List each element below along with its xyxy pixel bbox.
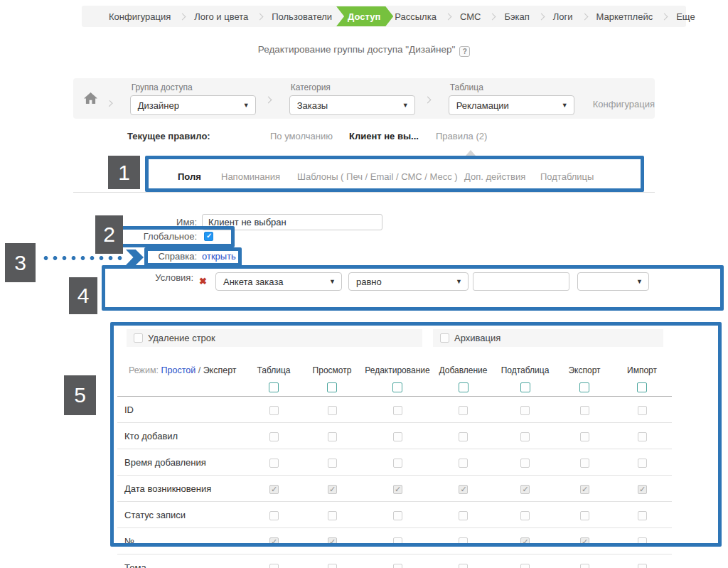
current-rule-label: Текущее правило:	[127, 131, 210, 141]
chevron-right-icon	[106, 100, 112, 107]
selector-suffix: Конфигурация	[593, 99, 655, 109]
annotation-badge-1: 1	[108, 156, 140, 189]
annotation-box-3	[144, 247, 242, 267]
chevron-separator-icon	[661, 13, 668, 20]
rule-option-3[interactable]: Правила (2)	[436, 131, 487, 141]
chevron-separator-icon	[444, 13, 451, 20]
selector-group-1: Группа доступаДизайнер▼	[130, 82, 256, 115]
annotation-box-2	[119, 226, 235, 247]
chevron-separator-icon	[179, 13, 186, 20]
annotation-badge-5: 5	[64, 375, 96, 415]
selector-group-value: Дизайнер	[138, 100, 179, 111]
row-checkbox-cell	[432, 562, 495, 568]
chevron-separator-icon	[257, 13, 264, 20]
annotation-badge-2: 2	[95, 215, 123, 254]
row-checkbox[interactable]	[393, 564, 402, 568]
annotation-box-4	[102, 265, 724, 311]
screen: КонфигурацияЛого и цветаПользователиДост…	[0, 0, 728, 568]
rule-option-1[interactable]: По умолчанию	[270, 131, 333, 141]
selector-group-select[interactable]: Заказы▼	[289, 95, 415, 115]
nav-item-3[interactable]: Пользователи	[272, 11, 332, 22]
caret-down-icon: ▼	[243, 102, 250, 109]
row-checkbox[interactable]	[580, 564, 589, 568]
nav-item-2[interactable]: Лого и цвета	[194, 11, 248, 22]
chevron-separator-icon	[489, 13, 496, 20]
chevron-right-icon	[264, 97, 272, 104]
tab-caret	[466, 150, 476, 156]
chevron-separator-icon	[537, 13, 545, 20]
selector-group-label: Таблица	[450, 82, 574, 92]
chevron-right-icon	[424, 97, 431, 104]
nav-item-8[interactable]: Логи	[553, 11, 573, 22]
row-checkbox-cell	[301, 562, 363, 568]
breadcrumb-nav: КонфигурацияЛого и цветаПользователиДост…	[82, 6, 686, 27]
row-checkbox[interactable]	[328, 564, 337, 568]
selector-group-value: Заказы	[297, 100, 328, 111]
home-icon[interactable]	[84, 92, 97, 107]
caret-down-icon: ▼	[562, 102, 568, 109]
row-checkbox[interactable]	[638, 564, 647, 568]
row-label: Тема	[117, 562, 247, 568]
selector-group-select[interactable]: Рекламации▼	[449, 95, 574, 115]
nav-item-4[interactable]: Доступ	[336, 6, 393, 26]
caret-down-icon: ▼	[402, 102, 409, 109]
selector-bar: Группа доступаДизайнер▼КатегорияЗаказы▼Т…	[73, 78, 655, 119]
nav-item-9[interactable]: Маркетплейс	[596, 11, 653, 22]
nav-item-1[interactable]: Конфигурация	[109, 11, 171, 22]
nav-item-10[interactable]: Еще	[676, 11, 695, 22]
row-checkbox-cell	[495, 562, 555, 568]
nav-item-7[interactable]: Бэкап	[504, 11, 529, 22]
selector-group-value: Рекламации	[456, 100, 509, 111]
page-title-row: Редактирование группы доступа "Дизайнер"…	[0, 44, 728, 57]
nav-item-6[interactable]: СМС	[460, 11, 481, 22]
current-rule-row: Текущее правило: По умолчаниюКлиент не в…	[0, 131, 728, 144]
row-checkbox-cell	[363, 562, 432, 568]
row-checkbox-cell	[555, 562, 614, 568]
rule-option-2[interactable]: Клиент не вы...	[349, 131, 419, 141]
row-checkbox[interactable]	[269, 564, 279, 568]
selector-group-label: Категория	[291, 82, 415, 92]
annotation-badge-4: 4	[69, 277, 97, 314]
page-title: Редактирование группы доступа "Дизайнер"	[258, 44, 455, 55]
selector-group-label: Группа доступа	[132, 82, 256, 92]
selector-group-2: КатегорияЗаказы▼	[289, 82, 415, 115]
row-checkbox-cell	[614, 562, 670, 568]
nav-item-5[interactable]: Рассылка	[395, 11, 437, 22]
divider-line	[73, 192, 655, 193]
chevron-separator-icon	[581, 13, 588, 20]
annotation-dotted-line	[41, 254, 125, 262]
help-icon[interactable]: ?	[459, 46, 470, 57]
annotation-box-5	[110, 322, 722, 547]
table-row: Тема	[117, 554, 672, 568]
row-checkbox-cell	[247, 562, 301, 568]
row-checkbox[interactable]	[459, 564, 468, 568]
annotation-box-1	[145, 156, 644, 192]
selector-group-select[interactable]: Дизайнер▼	[130, 95, 256, 115]
annotation-badge-3: 3	[5, 243, 36, 282]
selector-group-3: ТаблицаРекламации▼	[449, 82, 574, 115]
row-checkbox[interactable]	[520, 564, 530, 568]
